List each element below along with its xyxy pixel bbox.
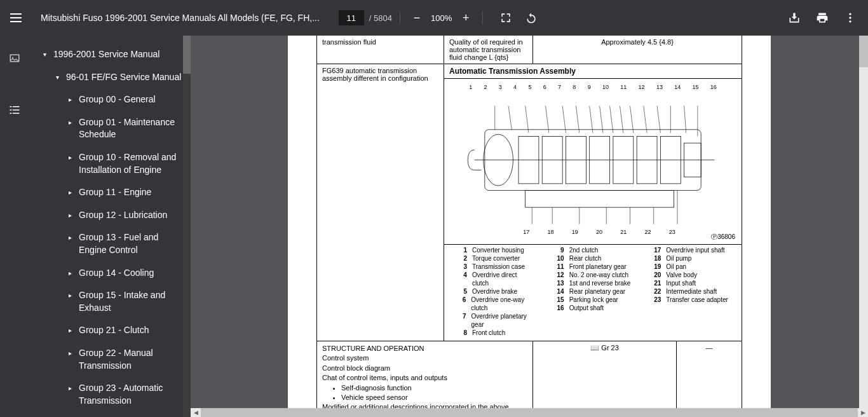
outline-item[interactable]: ▸Group 22 - Manual Transmission — [31, 342, 191, 377]
chevron-right-icon: ▸ — [66, 209, 74, 220]
zoom-in-button[interactable]: + — [457, 9, 475, 27]
chevron-right-icon: ▸ — [66, 324, 74, 335]
assembly-title: Automatic Transmission Assembly — [444, 64, 742, 79]
outline-item[interactable]: ▸Group 01 - Maintenance Schedule — [31, 111, 191, 146]
rotate-icon[interactable] — [524, 10, 539, 25]
outline-root[interactable]: ▾ 1996-2001 Service Manual — [31, 43, 191, 66]
fluid-desc: Quality of oil required in automatic tra… — [444, 36, 533, 64]
chevron-right-icon: ▸ — [66, 347, 74, 358]
svg-rect-10 — [13, 113, 20, 114]
svg-rect-9 — [10, 113, 12, 114]
svg-point-1 — [849, 17, 851, 18]
download-icon[interactable] — [787, 10, 802, 25]
svg-rect-21 — [526, 191, 674, 208]
zoom-out-button[interactable]: − — [408, 9, 426, 27]
chevron-right-icon: ▸ — [66, 382, 74, 393]
outline-tab-icon[interactable] — [9, 104, 22, 117]
svg-line-31 — [610, 106, 613, 133]
svg-line-25 — [526, 106, 529, 133]
assembly-note: FG639 automatic transmission assembly di… — [317, 64, 444, 341]
fluid-label: transmission fluid — [317, 36, 444, 64]
outline-item[interactable]: ▸Group 11 - Engine — [31, 181, 191, 204]
divider — [482, 11, 483, 24]
divider — [400, 11, 400, 24]
chevron-right-icon: ▸ — [66, 186, 74, 197]
document-viewport[interactable]: transmission fluid Quality of oil requir… — [191, 36, 868, 417]
svg-point-0 — [849, 13, 851, 15]
vertical-scrollbar[interactable] — [859, 36, 868, 408]
svg-line-37 — [684, 106, 686, 133]
outline-item[interactable]: ▸Group 00 - General — [31, 88, 191, 111]
outline-sub[interactable]: ▾ 96-01 FE/FG Service Manual — [31, 66, 191, 89]
chevron-right-icon: ▸ — [66, 93, 74, 104]
print-icon[interactable] — [815, 10, 830, 25]
outline-item[interactable]: ▸Group 23 - Automatic Transmission — [31, 377, 191, 412]
svg-line-28 — [576, 106, 579, 133]
zoom-level: 100% — [426, 13, 457, 23]
page-number-input[interactable] — [339, 10, 364, 25]
svg-point-4 — [12, 57, 13, 58]
fluid-value: Approximately 4.5 {4.8} — [533, 36, 742, 64]
outline-item[interactable]: ▸Group 14 - Cooling — [31, 262, 191, 285]
pdf-toolbar: Mitsubishi Fuso 1996-2001 Service Manual… — [0, 0, 868, 36]
chevron-down-icon: ▾ — [53, 71, 61, 82]
svg-rect-6 — [13, 106, 20, 107]
dash-cell: — — [677, 341, 742, 418]
svg-line-30 — [600, 106, 603, 133]
svg-rect-7 — [10, 109, 12, 111]
svg-rect-5 — [10, 106, 12, 107]
outline-sidebar: ▾ 1996-2001 Service Manual ▾ 96-01 FE/FG… — [0, 36, 191, 417]
chevron-right-icon: ▸ — [66, 267, 74, 278]
svg-rect-8 — [13, 109, 20, 111]
chevron-right-icon: ▸ — [66, 231, 74, 242]
menu-button[interactable] — [10, 10, 25, 25]
fit-page-icon[interactable] — [498, 10, 513, 25]
outline-item[interactable]: ▸Group 13 - Fuel and Engine Control — [31, 226, 191, 261]
scroll-right-icon[interactable]: ▶ — [858, 408, 868, 417]
outline-item[interactable]: ▸Group 10 - Removal and Installation of … — [31, 146, 191, 181]
parts-legend: 1Converter housing2Torque converter3Tran… — [444, 245, 742, 341]
sidebar-scrollbar[interactable] — [183, 36, 191, 417]
page-total: / 5804 — [369, 13, 392, 23]
scroll-left-icon[interactable]: ◀ — [191, 408, 201, 417]
svg-line-35 — [657, 106, 660, 133]
thumbnails-tab-icon[interactable] — [9, 53, 22, 66]
more-icon[interactable] — [843, 10, 858, 25]
svg-line-29 — [590, 106, 593, 133]
structure-cell: STRUCTURE AND OPERATION Control systemCo… — [317, 341, 533, 418]
page-controls: / 5804 — [339, 10, 392, 25]
document-title: Mitsubishi Fuso 1996-2001 Service Manual… — [41, 13, 320, 23]
svg-line-32 — [620, 106, 623, 133]
transmission-diagram: 12345678910111213141516 — [444, 79, 742, 244]
svg-line-26 — [546, 106, 549, 133]
svg-line-34 — [644, 106, 647, 133]
outline-item[interactable]: ▸Group 12 - Lubrication — [31, 204, 191, 227]
outline-item[interactable]: ▸Group 15 - Intake and Exhaust — [31, 284, 191, 319]
svg-point-2 — [849, 20, 851, 22]
chevron-right-icon: ▸ — [66, 151, 74, 162]
transmission-svg — [444, 90, 742, 236]
svg-line-27 — [562, 106, 566, 133]
diagram-id: Ⓟ36806 — [711, 233, 735, 242]
svg-line-33 — [630, 106, 634, 133]
pdf-page: transmission fluid Quality of oil requir… — [288, 36, 771, 417]
outline-item[interactable]: ▸Group 21 - Clutch — [31, 319, 191, 342]
chevron-right-icon: ▸ — [66, 289, 74, 300]
svg-line-24 — [508, 106, 512, 130]
horizontal-scrollbar[interactable]: ◀ ▶ — [191, 408, 868, 417]
chevron-down-icon: ▾ — [41, 48, 48, 59]
group-ref: 📖 Gr 23 — [533, 341, 677, 418]
chevron-right-icon: ▸ — [66, 116, 74, 127]
